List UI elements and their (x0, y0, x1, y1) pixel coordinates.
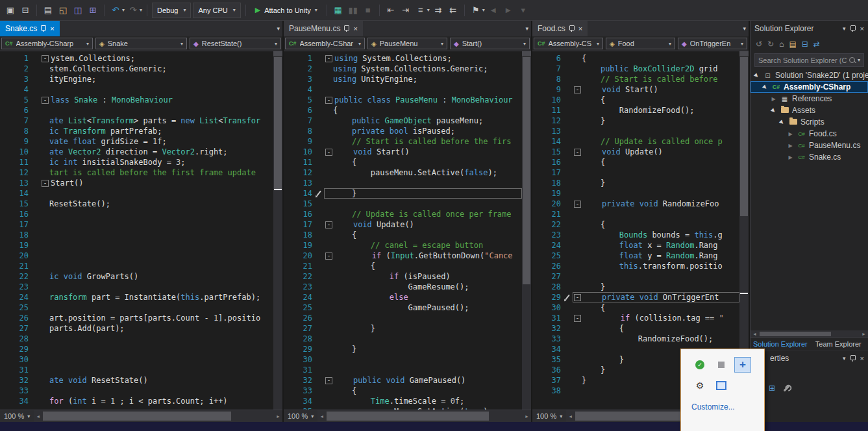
save-all-icon[interactable]: ⊞ (86, 4, 99, 17)
attach-to-unity-button[interactable]: ▶Attach to Unity▾ (251, 3, 322, 18)
close-icon[interactable]: × (578, 25, 582, 32)
fold-collapse-icon[interactable]: - (325, 252, 332, 260)
vertical-scrollbar[interactable] (273, 51, 282, 410)
code-line[interactable]: 9- void Start() (536, 84, 739, 95)
code-line[interactable]: 3ityEngine; (4, 74, 273, 84)
code-line[interactable]: 12 pauseMenu.SetActive(false); (288, 167, 522, 178)
code-editor[interactable]: 1-using System.Collections;2using System… (284, 51, 522, 410)
fold-collapse-icon[interactable]: - (325, 377, 332, 384)
code-line[interactable]: 30 (288, 354, 522, 365)
code-line[interactable]: 25 (4, 302, 273, 313)
code-line[interactable]: 17 (536, 167, 739, 178)
code-line[interactable]: 20- private void RandomizeFoo (536, 199, 739, 209)
split-grip[interactable] (273, 51, 282, 57)
code-line[interactable]: 21 { (288, 261, 522, 271)
code-line[interactable]: 15ResetState(); (4, 199, 273, 209)
fold-collapse-icon[interactable]: - (325, 149, 332, 156)
sync-with-active-document-icon[interactable]: ⇄ (813, 40, 820, 49)
scroll-left-icon[interactable]: ◄ (566, 410, 575, 422)
code-editor[interactable]: 1-ystem.Collections;2stem.Collections.Ge… (0, 51, 273, 410)
code-line[interactable]: 30 { (536, 302, 739, 313)
tree-item[interactable]: ▶C#Snake.cs (750, 151, 868, 163)
code-line[interactable]: 26 (288, 313, 522, 323)
code-line[interactable]: 8 private bool isPaused; (288, 126, 522, 136)
code-line[interactable]: 12 } (536, 116, 739, 126)
popup-cell[interactable] (713, 378, 730, 393)
split-grip[interactable] (739, 51, 749, 57)
popup-cell[interactable]: ✓ (691, 357, 708, 373)
fold-collapse-icon[interactable]: - (574, 315, 581, 322)
project-dropdown[interactable]: C#Assembly-CS▾ (534, 38, 603, 49)
code-line[interactable]: 20- if (Input.GetButtonDown("Cance (288, 251, 522, 261)
horizontal-scrollbar[interactable]: ◄ ► (34, 410, 282, 422)
class-dropdown[interactable]: ◈Food▾ (606, 38, 675, 49)
code-line[interactable]: 14 // Update is called once p (536, 136, 739, 147)
code-line[interactable]: 22ic void GrowParts() (4, 271, 273, 282)
document-tab[interactable]: Snake.cs × (0, 21, 60, 36)
code-line[interactable]: 13 (536, 126, 739, 136)
fold-collapse-icon[interactable]: - (574, 294, 581, 301)
navigate-forward-code-icon[interactable]: ⇥ (399, 4, 412, 17)
code-line[interactable]: 29 (4, 344, 273, 354)
code-line[interactable]: 28 (288, 334, 522, 344)
fold-collapse-icon[interactable]: - (42, 97, 49, 104)
code-line[interactable]: 15 (288, 199, 522, 209)
scroll-right-icon[interactable]: ► (274, 410, 282, 422)
code-line[interactable]: 28 (4, 334, 273, 344)
code-line[interactable]: 17 (4, 219, 273, 230)
popup-cell[interactable] (713, 357, 730, 373)
member-dropdown[interactable]: ◆Start()▾ (450, 38, 530, 49)
close-icon[interactable]: × (353, 25, 357, 32)
pin-icon[interactable] (850, 355, 856, 360)
navigate-back-icon[interactable]: ↺ (756, 40, 762, 49)
code-line[interactable]: 19 (4, 240, 273, 251)
pin-icon[interactable] (344, 25, 349, 31)
profiler-icon[interactable]: ▦ (332, 4, 345, 17)
code-line[interactable]: 15- void Update() (536, 147, 739, 157)
code-line[interactable]: 19 (536, 188, 739, 199)
window-cascade-icon[interactable]: ▣ (4, 4, 17, 17)
code-line[interactable]: 5-lass Snake : MonoBehaviour (4, 95, 273, 105)
stop-icon[interactable]: ■ (362, 4, 375, 17)
expanded-arrow-icon[interactable]: ▶ (769, 106, 778, 115)
add-button-cell[interactable]: + (734, 357, 751, 373)
code-line[interactable]: 26art.position = parts[parts.Count - 1].… (4, 313, 273, 323)
code-line[interactable]: 11 RandomizeFood(); (536, 105, 739, 116)
code-line[interactable]: 26 this.transform.positio (536, 261, 739, 271)
code-line[interactable]: 31 (288, 365, 522, 375)
document-tab[interactable]: PauseMenu.cs × (284, 21, 363, 36)
code-line[interactable]: 14 (4, 188, 273, 199)
close-icon[interactable]: × (860, 25, 864, 32)
scrollbar-thumb[interactable] (274, 57, 282, 190)
fold-collapse-icon[interactable]: - (42, 180, 49, 187)
code-line[interactable]: 27 } (288, 323, 522, 334)
code-line[interactable]: 7ate List<Transform> parts = new List<Tr… (4, 116, 273, 126)
class-dropdown[interactable]: ◈PauseMenu▾ (367, 38, 447, 49)
fold-collapse-icon[interactable]: - (574, 149, 581, 156)
navigate-forward-icon[interactable]: ↻ (767, 40, 774, 49)
fold-collapse-icon[interactable]: - (325, 221, 332, 228)
next-bookmark-icon[interactable]: ► (502, 4, 515, 17)
collapsed-arrow-icon[interactable]: ▶ (787, 143, 794, 149)
code-line[interactable]: 16 (4, 209, 273, 219)
scroll-left-icon[interactable]: ◄ (317, 410, 326, 422)
code-line[interactable]: 9vate float gridSize = 1f; (4, 136, 273, 147)
code-line[interactable]: 34 Time.timeScale = 0f; (288, 396, 522, 406)
code-line[interactable]: 11 { (288, 157, 522, 167)
document-list-chevron-icon[interactable]: ▾ (525, 25, 528, 32)
code-line[interactable]: 23 Bounds bounds = this.g (536, 230, 739, 240)
navigate-back-code-icon[interactable]: ⇤ (384, 4, 397, 17)
code-line[interactable]: 24 float x = Random.Rang (536, 240, 739, 251)
class-dropdown[interactable]: ◈Snake▾ (95, 38, 187, 49)
code-line[interactable]: 16 { (536, 157, 739, 167)
outdent-icon[interactable]: ⇇ (447, 4, 460, 17)
save-icon[interactable]: ◫ (71, 4, 84, 17)
code-line[interactable]: 21 (536, 209, 739, 219)
code-line[interactable]: 10- void Start() (288, 147, 522, 157)
scrollbar-thumb[interactable] (740, 57, 748, 216)
code-line[interactable]: 27parts.Add(part); (4, 323, 273, 334)
fold-collapse-icon[interactable]: - (325, 97, 332, 104)
fold-collapse-icon[interactable]: - (574, 201, 581, 208)
more-commands-icon[interactable]: ▾ (517, 4, 530, 17)
chevron-down-icon[interactable]: ▾ (843, 25, 846, 32)
